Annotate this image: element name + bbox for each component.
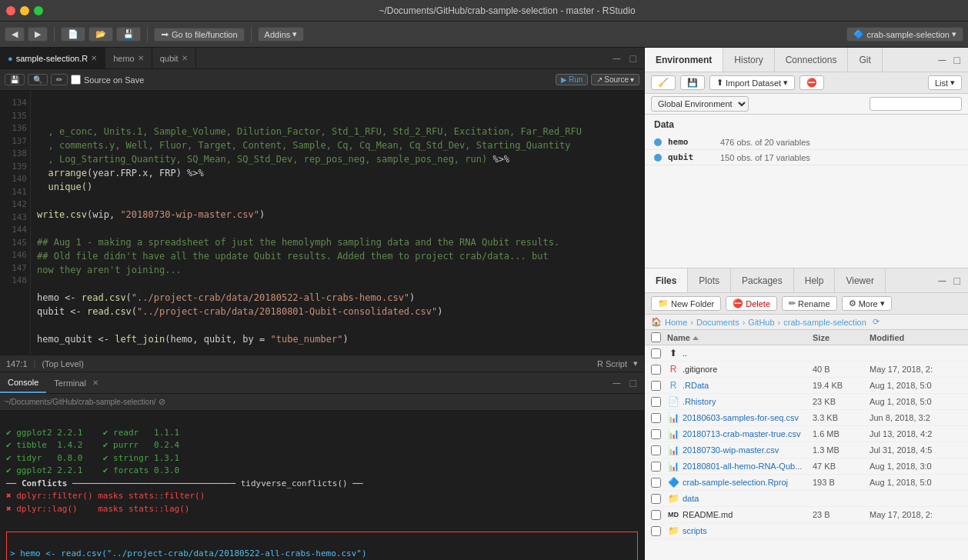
file-name-parent[interactable]: .. [683, 348, 809, 358]
files-minimize-button[interactable]: ─ [936, 275, 950, 286]
file-name-csv4[interactable]: 20180801-all-hemo-RNA-Qub... [683, 462, 809, 471]
file-item-csv4[interactable]: 📊 20180801-all-hemo-RNA-Qub... 47 KB Aug… [645, 458, 968, 475]
go-to-file-button[interactable]: ⮕ Go to file/function [154, 28, 245, 42]
format-button[interactable]: ✏ [51, 74, 68, 85]
source-on-save-checkbox[interactable] [71, 75, 81, 85]
file-name-csv1[interactable]: 20180603-samples-for-seq.csv [683, 413, 809, 422]
file-item-parent[interactable]: ⬆ .. [645, 345, 968, 362]
file-item-csv1[interactable]: 📊 20180603-samples-for-seq.csv 3.3 KB Ju… [645, 410, 968, 426]
file-item-data-folder[interactable]: 📁 data [645, 491, 968, 507]
project-button[interactable]: 🔷 crab-sample-selection ▾ [846, 27, 963, 42]
file-item-scripts-folder[interactable]: 📁 scripts [645, 523, 968, 539]
delete-button[interactable]: ⛔ Delete [726, 296, 777, 311]
run-button[interactable]: ▶ Run [556, 74, 588, 85]
tab-help[interactable]: Help [794, 268, 836, 292]
file-check-csv3[interactable] [651, 445, 661, 455]
tab-environment[interactable]: Environment [645, 48, 723, 72]
addins-button[interactable]: Addins ▾ [258, 27, 305, 42]
tab-console[interactable]: Console [0, 372, 46, 393]
file-check-csv2[interactable] [651, 429, 661, 439]
code-editor[interactable]: 134 135 136 137 138 139 140 141 142 143 … [0, 91, 644, 355]
file-name-rdata[interactable]: .RData [683, 381, 809, 390]
close-button[interactable] [6, 6, 15, 15]
forward-button[interactable]: ▶ [28, 27, 48, 42]
minimize-button[interactable] [20, 6, 29, 15]
file-name-csv3[interactable]: 20180730-wip-master.csv [683, 445, 809, 455]
env-select[interactable]: Global Environment [651, 96, 749, 112]
list-view-button[interactable]: List ▾ [928, 75, 962, 90]
file-name-scripts-folder[interactable]: scripts [683, 526, 809, 535]
file-check-data-folder[interactable] [651, 494, 661, 504]
tab-plots[interactable]: Plots [688, 268, 731, 292]
file-item-gitignore[interactable]: R .gitignore 40 B May 17, 2018, 2: [645, 362, 968, 378]
console-clear-icon[interactable]: ⊘ [159, 397, 165, 407]
files-maximize-button[interactable]: □ [951, 275, 963, 286]
broom-button[interactable]: 🧹 [651, 75, 676, 90]
traffic-lights[interactable] [6, 6, 43, 15]
rename-button[interactable]: ✏ Rename [782, 296, 837, 311]
tab-hemo[interactable]: hemo ✕ [105, 48, 152, 68]
env-item-qubit[interactable]: qubit 150 obs. of 17 variables [645, 150, 968, 165]
file-check-gitignore[interactable] [651, 365, 661, 375]
tab-close-1[interactable]: ✕ [138, 54, 144, 62]
file-name-rproj[interactable]: crab-sample-selection.Rproj [683, 478, 809, 487]
file-check-parent[interactable] [651, 348, 661, 358]
env-minimize-button[interactable]: ─ [936, 55, 950, 65]
file-check-rdata[interactable] [651, 381, 661, 391]
file-item-rdata[interactable]: R .RData 19.4 KB Aug 1, 2018, 5:0 [645, 378, 968, 394]
breadcrumb-project[interactable]: crab-sample-selection [783, 318, 866, 327]
console-maximize-button[interactable]: □ [627, 378, 639, 388]
tab-sample-selection[interactable]: ● sample-selection.R ✕ [0, 48, 105, 68]
code-content[interactable]: , e_conc, Units.1, Sample_Volume, Diluti… [31, 91, 644, 355]
file-name-gitignore[interactable]: .gitignore [683, 365, 809, 374]
file-check-rhistory[interactable] [651, 397, 661, 407]
breadcrumb-github[interactable]: GitHub [748, 318, 774, 327]
editor-minimize-button[interactable]: ─ [610, 53, 624, 64]
console-content[interactable]: ✔ ggplot2 2.2.1 ✔ readr 1.1.1 ✔ tibble 1… [0, 411, 644, 560]
editor-maximize-button[interactable]: □ [627, 53, 639, 64]
console-minimize-button[interactable]: ─ [610, 378, 624, 388]
file-item-rproj[interactable]: 🔷 crab-sample-selection.Rproj 193 B Aug … [645, 475, 968, 491]
tab-packages[interactable]: Packages [731, 268, 794, 292]
tab-connections[interactable]: Connections [775, 48, 849, 72]
tab-history[interactable]: History [723, 48, 774, 72]
file-check-csv4[interactable] [651, 462, 661, 472]
file-name-data-folder[interactable]: data [683, 494, 809, 503]
save-env-button[interactable]: 💾 [680, 75, 705, 90]
breadcrumb-home[interactable]: Home [665, 318, 687, 327]
file-check-rproj[interactable] [651, 478, 661, 488]
tab-git[interactable]: Git [848, 48, 882, 72]
env-search[interactable] [870, 97, 962, 111]
file-name-rhistory[interactable]: .Rhistory [683, 397, 809, 406]
back-button[interactable]: ◀ [5, 27, 25, 42]
maximize-button[interactable] [34, 6, 43, 15]
terminal-close[interactable]: ✕ [92, 378, 98, 387]
find-button[interactable]: 🔍 [28, 74, 48, 85]
file-name-csv2[interactable]: 20180713-crab-master-true.csv [683, 429, 809, 438]
new-file-button[interactable]: 📄 [61, 27, 85, 42]
new-folder-button[interactable]: 📁 New Folder [651, 296, 721, 311]
tab-close-0[interactable]: ✕ [91, 54, 97, 62]
env-maximize-button[interactable]: □ [951, 55, 963, 65]
file-item-csv2[interactable]: 📊 20180713-crab-master-true.csv 1.6 MB J… [645, 426, 968, 442]
file-check-csv1[interactable] [651, 413, 661, 423]
file-item-readme[interactable]: MD README.md 23 B May 17, 2018, 2: [645, 507, 968, 523]
file-item-rhistory[interactable]: 📄 .Rhistory 23 KB Aug 1, 2018, 5:0 [645, 394, 968, 410]
import-dataset-button[interactable]: ⬆ Import Dataset ▾ [709, 75, 795, 90]
breadcrumb-documents[interactable]: Documents [696, 318, 739, 327]
file-check-readme[interactable] [651, 510, 661, 520]
file-name-readme[interactable]: README.md [683, 510, 809, 519]
save-file-button[interactable]: 💾 [5, 74, 25, 85]
open-file-button[interactable]: 📂 [88, 27, 113, 42]
file-item-csv3[interactable]: 📊 20180730-wip-master.csv 1.3 MB Jul 31,… [645, 442, 968, 458]
more-button[interactable]: ⚙ More ▾ [842, 296, 892, 311]
save-button[interactable]: 💾 [116, 27, 141, 42]
env-item-hemo[interactable]: hemo 476 obs. of 20 variables [645, 135, 968, 150]
tab-close-2[interactable]: ✕ [182, 54, 188, 62]
clear-env-button[interactable]: ⛔ [799, 75, 824, 90]
source-button[interactable]: ↗ Source ▾ [591, 74, 639, 85]
source-on-save-label[interactable]: Source on Save [71, 75, 144, 85]
tab-terminal[interactable]: Terminal ✕ [46, 372, 106, 393]
tab-viewer[interactable]: Viewer [835, 268, 885, 292]
select-all-checkbox[interactable] [651, 332, 661, 342]
